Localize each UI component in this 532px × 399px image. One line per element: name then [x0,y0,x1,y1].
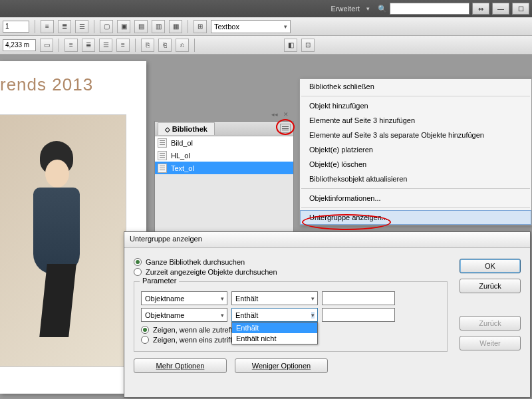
subset-dialog: Untergruppe anzeigen Ganze Bibliothek du… [124,231,531,398]
align-icon[interactable]: ≣ [58,20,71,33]
dropdown-option[interactable]: Enthält nicht [232,333,317,344]
next-button-disabled: Weiter [460,336,521,350]
more-options-button[interactable]: Mehr Optionen [134,358,227,373]
menu-add-page-elements[interactable]: Elemente auf Seite 3 hinzufügen [300,113,531,128]
fewer-options-button[interactable]: Weniger Optionen [235,358,328,373]
list-icon[interactable]: ≡ [116,39,130,52]
menu-show-subset[interactable]: Untergruppe anzeigen... [300,210,531,225]
anchor-icon[interactable]: ⎌ [176,39,189,52]
dialog-title: Untergruppe anzeigen [124,232,530,248]
param2-op-combo[interactable]: Enthält [231,308,318,322]
menu-add-object[interactable]: Objekt hinzufügen [300,98,531,113]
workspace-mode-label[interactable]: Erweitert [331,5,360,13]
toolbar-row-2: ▭ ≡ ≣ ☰ ≡ ⎘ ⎗ ⎌ ◧ ⊡ [0,36,532,55]
list-item[interactable]: HL_ol [155,149,293,162]
menu-delete-objects[interactable]: Objekt(e) löschen [300,157,531,172]
param1-op-combo[interactable]: Enthält [231,291,318,305]
misc-icon[interactable]: ⊡ [301,39,315,52]
list-icon[interactable]: ≡ [65,39,78,52]
param1-value-input[interactable] [322,291,395,305]
radio-icon [134,268,142,276]
library-list: Bild_ol HL_ol Text_ol [155,136,293,174]
menu-update-object[interactable]: Bibliotheksobjekt aktualisieren [300,172,531,186]
back-button[interactable]: Zurück [460,279,521,293]
operator-dropdown: Enthält Enthält nicht [231,322,318,344]
arrange-button[interactable]: ⇔ [472,3,489,15]
wrap-icon[interactable]: ▦ [169,20,182,33]
document-headline: rends 2013 [0,61,146,95]
asset-icon [158,138,167,148]
panel-menu-button[interactable] [280,124,291,133]
columns-input[interactable] [3,21,29,33]
radio-icon [141,326,149,334]
menu-close-library[interactable]: Bibliothek schließen [300,79,531,94]
panel-context-menu: Bibliothek schließen Objekt hinzufügen E… [299,78,532,225]
toolbar-row-1: ≡ ≣ ☰ ▢ ▣ ▤ ▥ ▦ ⊞ Textbox [0,17,532,36]
anchor-icon[interactable]: ⎘ [141,39,154,52]
wrap-icon[interactable]: ▥ [152,20,165,33]
maximize-button[interactable]: ☐ [512,3,529,15]
anchor-icon[interactable]: ⎗ [158,39,172,52]
asset-icon [158,151,167,160]
wrap-icon[interactable]: ▣ [117,20,130,33]
measure-input[interactable] [3,39,36,51]
minimize-button[interactable]: — [492,3,509,15]
align-icon[interactable]: ≡ [41,20,54,33]
search-input[interactable] [390,3,469,15]
list-item[interactable]: Bild_ol [155,136,293,149]
align-icon[interactable]: ☰ [75,20,88,33]
radio-search-all[interactable]: Ganze Bibliothek durchsuchen [134,258,448,266]
menu-object-info[interactable]: Objektinformationen... [300,191,531,205]
panel-collapse-icon[interactable]: ◂◂ [270,110,279,119]
list-icon[interactable]: ≣ [82,39,95,52]
ok-button[interactable]: OK [460,259,521,273]
menu-place-objects[interactable]: Objekt(e) platzieren [300,142,531,157]
radio-icon [141,336,149,344]
search-icon: 🔍 [378,5,387,13]
misc-icon[interactable]: ◧ [284,39,297,52]
dropdown-icon[interactable]: ▾ [366,5,370,12]
parameter-fieldset: Parameter Objektname Enthält Objektname … [134,281,448,352]
param2-field-combo[interactable]: Objektname [141,308,227,322]
dropdown-option[interactable]: Enthält [232,323,317,333]
library-tab[interactable]: ◇ Bibliothek [158,122,215,135]
style-combo[interactable]: Textbox [211,20,291,33]
radio-icon [134,258,142,266]
param1-field-combo[interactable]: Objektname [141,291,227,305]
effects-icon[interactable]: ⊞ [194,20,207,33]
tool-icon[interactable]: ▭ [40,39,53,52]
asset-icon [158,164,167,173]
list-icon[interactable]: ☰ [99,39,112,52]
radio-search-current[interactable]: Zurzeit angezeigte Objekte durchsuchen [134,268,448,276]
list-item[interactable]: Text_ol [155,162,293,174]
menu-add-separate[interactable]: Elemente auf Seite 3 als separate Objekt… [300,128,531,142]
app-titlebar: Erweitert ▾ 🔍 ⇔ — ☐ [0,0,532,17]
document-image [0,114,126,367]
panel-close-icon[interactable]: ✕ [281,110,291,119]
wrap-icon[interactable]: ▤ [134,20,148,33]
fieldset-legend: Parameter [140,277,179,285]
param2-value-input[interactable] [322,308,395,322]
wrap-icon[interactable]: ▢ [100,20,113,33]
back-button-disabled: Zurück [460,316,521,331]
